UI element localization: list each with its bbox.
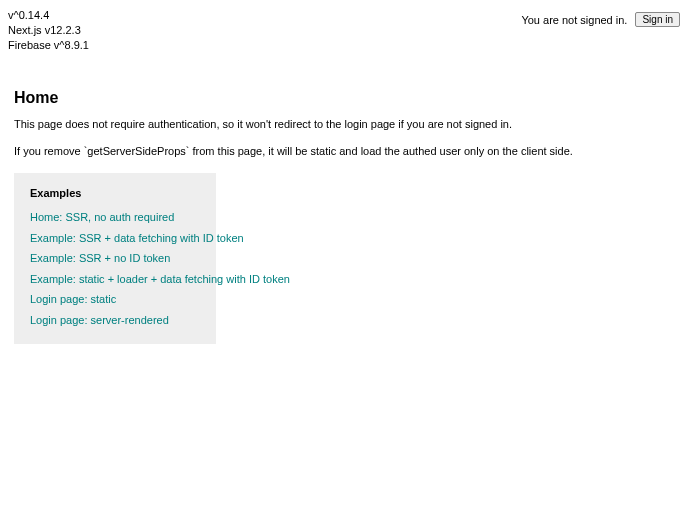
auth-status-text: You are not signed in. [521,14,627,26]
lib-version: v^0.14.4 [8,8,89,23]
example-link-login-static[interactable]: Login page: static [30,291,200,308]
header: v^0.14.4 Next.js v12.2.3 Firebase v^8.9.… [0,0,688,53]
auth-area: You are not signed in. Sign in [521,12,680,27]
example-link-static-loader-data-id-token[interactable]: Example: static + loader + data fetching… [30,271,200,288]
sign-in-button[interactable]: Sign in [635,12,680,27]
version-info: v^0.14.4 Next.js v12.2.3 Firebase v^8.9.… [8,8,89,53]
examples-list: Home: SSR, no auth required Example: SSR… [30,209,200,328]
example-link-ssr-no-id-token[interactable]: Example: SSR + no ID token [30,250,200,267]
page-title: Home [14,89,674,107]
firebase-version: Firebase v^8.9.1 [8,38,89,53]
intro-paragraph-1: This page does not require authenticatio… [14,117,674,132]
example-link-home-ssr-no-auth[interactable]: Home: SSR, no auth required [30,209,200,226]
next-version: Next.js v12.2.3 [8,23,89,38]
examples-heading: Examples [30,187,200,199]
examples-box: Examples Home: SSR, no auth required Exa… [14,173,216,344]
main-content: Home This page does not require authenti… [0,53,688,353]
intro-paragraph-2: If you remove `getServerSideProps` from … [14,144,674,159]
example-link-ssr-data-id-token[interactable]: Example: SSR + data fetching with ID tok… [30,230,200,247]
example-link-login-server-rendered[interactable]: Login page: server-rendered [30,312,200,329]
